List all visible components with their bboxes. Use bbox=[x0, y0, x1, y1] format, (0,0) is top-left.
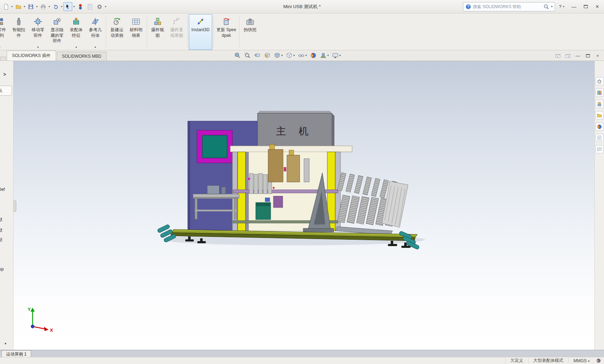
explode-line-sketch-icon bbox=[172, 17, 181, 26]
ribbon-button-exploded-view[interactable]: 爆炸视图 bbox=[148, 14, 167, 50]
zoom-area-icon bbox=[244, 52, 251, 59]
next-pane-icon bbox=[565, 53, 571, 59]
chevron-down-icon[interactable]: ▾ bbox=[105, 5, 106, 8]
task-appearances-button[interactable] bbox=[595, 123, 604, 131]
chevron-down-icon: ▾ bbox=[327, 54, 329, 57]
performance-monitor-button[interactable] bbox=[594, 358, 604, 363]
tab-solidworks-mbd[interactable]: SOLIDWORKS MBD bbox=[57, 52, 107, 61]
titlebar: ▾ ▾ ▾ ▾ ▾ ▾ ▾ Mini USB 测试机 * ▾ ?▾ — × bbox=[0, 0, 604, 13]
exploded-view-icon bbox=[153, 17, 162, 26]
previous-document-button[interactable] bbox=[554, 53, 561, 59]
previous-pane-icon bbox=[555, 53, 561, 59]
chevron-down-icon[interactable]: ▾ bbox=[61, 5, 62, 8]
task-resources-button[interactable] bbox=[595, 89, 604, 97]
tab-partial[interactable] bbox=[0, 57, 6, 61]
ribbon-button-reference-geometry[interactable]: 参考几何体 ▾ bbox=[86, 14, 105, 50]
ribbon-button-update-speedpak[interactable]: 更新 Speedpak bbox=[215, 14, 238, 50]
resources-grid-icon bbox=[597, 90, 602, 96]
help-label: ? bbox=[559, 4, 561, 9]
apply-scene-button[interactable]: ▾ bbox=[320, 52, 329, 59]
chevron-down-icon: ▾ bbox=[95, 46, 96, 49]
ribbon-button-show-hidden-components[interactable]: 显示隐藏的零部件 bbox=[47, 14, 67, 50]
chevron-down-icon: ▾ bbox=[293, 54, 295, 57]
model-host-label: 主 机 bbox=[276, 126, 314, 137]
chevron-down-icon: ▾ bbox=[37, 46, 39, 49]
print-icon bbox=[40, 4, 46, 10]
close-button[interactable]: × bbox=[592, 2, 603, 11]
graphics-area[interactable]: 主 机 bbox=[0, 61, 604, 350]
feature-tree-collapsed-strip: > 认 Def 默 默 默 isp ( ▲ bbox=[0, 61, 13, 350]
expand-panel-chevron[interactable]: > bbox=[3, 72, 6, 77]
panel-splitter-handle[interactable] bbox=[13, 200, 16, 212]
file-properties-button[interactable] bbox=[85, 2, 94, 11]
titlebar-right: ▾ ?▾ — × bbox=[463, 2, 603, 11]
doc-close-button[interactable]: × bbox=[594, 53, 601, 59]
chevron-down-icon[interactable]: ▾ bbox=[36, 5, 38, 8]
task-custom-properties-button[interactable] bbox=[595, 134, 604, 142]
ribbon-button-move-component[interactable]: 移动零部件 ▾ bbox=[28, 14, 47, 50]
triad-x-label: X bbox=[50, 328, 53, 333]
hide-show-items-button[interactable]: ▾ bbox=[298, 52, 307, 59]
design-library-icon bbox=[597, 101, 602, 107]
view-orientation-button[interactable]: ▾ bbox=[273, 52, 283, 59]
quick-access-toolbar: ▾ ▾ ▾ ▾ ▾ ▾ ▾ bbox=[1, 2, 107, 11]
undo-button[interactable] bbox=[51, 2, 60, 11]
ribbon-button-instant3d[interactable]: Instant3D bbox=[189, 14, 212, 50]
snapshot-camera-icon bbox=[245, 17, 255, 26]
previous-view-button[interactable] bbox=[254, 52, 261, 59]
section-view-button[interactable] bbox=[264, 52, 271, 59]
chevron-down-icon[interactable]: ▾ bbox=[24, 5, 25, 8]
minimize-button[interactable]: — bbox=[569, 2, 579, 11]
display-style-icon bbox=[286, 52, 293, 59]
doc-restore-button[interactable] bbox=[584, 53, 591, 59]
ribbon-button-assembly-features[interactable]: 装配体特征 ▾ bbox=[67, 14, 86, 50]
search-input[interactable] bbox=[473, 4, 542, 9]
chevron-down-icon[interactable]: ▾ bbox=[11, 5, 13, 8]
smart-fasteners-icon bbox=[14, 17, 23, 26]
edit-app earance-button[interactable] bbox=[310, 52, 317, 59]
display-style-button[interactable]: ▾ bbox=[286, 52, 295, 59]
select-tool-button[interactable] bbox=[63, 2, 72, 11]
zoom-fit-button[interactable] bbox=[234, 52, 241, 59]
search-icon[interactable] bbox=[543, 4, 549, 10]
motion-study-tab[interactable]: 运动算例 1 bbox=[1, 350, 31, 357]
chevron-down-icon[interactable]: ▾ bbox=[73, 5, 75, 8]
rebuild-button[interactable] bbox=[76, 2, 85, 11]
doc-minimize-button[interactable]: — bbox=[574, 53, 581, 59]
new-document-button[interactable] bbox=[1, 2, 10, 11]
maximize-button[interactable] bbox=[580, 2, 591, 11]
options-button[interactable] bbox=[95, 2, 104, 11]
chevron-down-icon[interactable]: ▾ bbox=[49, 5, 50, 8]
task-design-library-button[interactable] bbox=[595, 100, 604, 108]
performance-ball-icon bbox=[596, 358, 601, 363]
open-button[interactable] bbox=[14, 2, 23, 11]
zoom-area-button[interactable] bbox=[244, 52, 251, 59]
ribbon-button-new-motion-study[interactable]: 新建运动算例 bbox=[107, 14, 126, 50]
save-button[interactable] bbox=[26, 2, 35, 11]
command-tab-row: SOLIDWORKS 插件 SOLIDWORKS MBD ▾ ▾ ▾ ▾ ▾ —… bbox=[0, 50, 604, 61]
ribbon-button-take-snapshot[interactable]: 拍快照 bbox=[241, 14, 260, 50]
help-menu-button[interactable]: ?▾ bbox=[556, 4, 568, 9]
print-button[interactable] bbox=[39, 2, 47, 11]
tree-text-fragment: Def bbox=[0, 187, 5, 192]
folder-icon bbox=[597, 113, 602, 118]
motion-study-bar: 运动算例 1 bbox=[0, 350, 604, 357]
update-speedpak-icon bbox=[222, 17, 231, 26]
view-settings-button[interactable]: ▾ bbox=[332, 52, 341, 59]
ribbon-button-bill-of-materials[interactable]: 材料明细表 bbox=[126, 14, 146, 50]
help-circle-icon bbox=[465, 4, 472, 10]
units-label: MMGS bbox=[574, 358, 587, 363]
task-forum-button[interactable] bbox=[595, 145, 604, 153]
ribbon-button-smart-fasteners[interactable]: 智能扣件 bbox=[9, 14, 28, 50]
task-home-button[interactable] bbox=[595, 77, 604, 85]
tab-solidworks-addins[interactable]: SOLIDWORKS 插件 bbox=[7, 51, 56, 61]
assembly-features-icon bbox=[72, 17, 81, 26]
scroll-up-icon[interactable]: ▲ bbox=[4, 341, 7, 345]
units-selector[interactable]: MMGS ▴ bbox=[568, 358, 594, 363]
document-window-controls: — × bbox=[552, 53, 604, 61]
ribbon-separator bbox=[213, 16, 214, 48]
chevron-down-icon[interactable]: ▾ bbox=[551, 5, 553, 8]
next-document-button[interactable] bbox=[564, 53, 571, 59]
ribbon-button-linear-component-pattern[interactable]: 性零件阵列 ▾ bbox=[0, 14, 9, 50]
task-file-explorer-button[interactable] bbox=[595, 111, 604, 119]
